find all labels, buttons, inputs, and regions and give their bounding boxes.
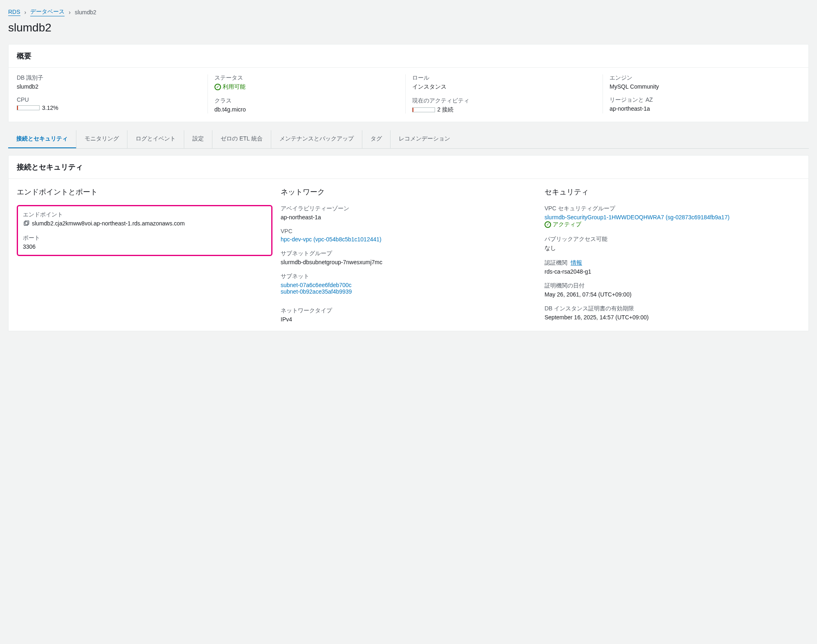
ca-date-label: 証明機関の日付: [545, 282, 800, 290]
region-az-value: ap-northeast-1a: [609, 105, 794, 112]
subnet-link-1[interactable]: subnet-0b92ace35af4b9939: [281, 288, 352, 295]
check-circle-icon: [545, 221, 551, 228]
role-value: インスタンス: [412, 83, 596, 91]
connectivity-heading: 接続とセキュリティ: [17, 162, 800, 172]
endpoint-port-column: エンドポイントとポート エンドポイント slumdb2.cja2kmww8voi…: [17, 187, 272, 323]
security-heading: セキュリティ: [545, 187, 800, 197]
tab-logs-events[interactable]: ログとイベント: [127, 130, 184, 148]
network-type-label: ネットワークタイプ: [281, 307, 536, 314]
tab-recommendations[interactable]: レコメンデーション: [391, 130, 458, 148]
page-title: slumdb2: [8, 21, 809, 34]
subnet-group-value: slurmdb-dbsubnetgroup-7nwesxumj7mc: [281, 259, 536, 265]
class-label: クラス: [214, 97, 399, 105]
engine-value: MySQL Community: [609, 83, 794, 90]
cert-exp-label: DB インスタンス証明書の有効期限: [545, 305, 800, 312]
cert-exp-value: September 16, 2025, 14:57 (UTC+09:00): [545, 314, 800, 321]
subnets-label: サブネット: [281, 273, 536, 280]
public-access-value: なし: [545, 245, 800, 252]
svg-rect-1: [25, 221, 29, 225]
engine-label: エンジン: [609, 74, 794, 82]
sg-status: アクティブ: [545, 221, 581, 228]
tab-connectivity[interactable]: 接続とセキュリティ: [8, 130, 76, 149]
sg-label: VPC セキュリティグループ: [545, 205, 800, 212]
network-type-value: IPv4: [281, 316, 536, 323]
endpoint-value: slumdb2.cja2kmww8voi.ap-northeast-1.rds.…: [32, 220, 185, 227]
cpu-value: 3.12%: [17, 105, 201, 111]
role-label: ロール: [412, 74, 596, 82]
chevron-right-icon: ›: [25, 9, 27, 16]
endpoint-label: エンドポイント: [23, 211, 266, 218]
activity-value: 2 接続: [412, 106, 596, 114]
status-label: ステータス: [214, 74, 399, 82]
subnet-group-label: サブネットグループ: [281, 250, 536, 257]
port-value: 3306: [23, 243, 266, 250]
tab-maintenance[interactable]: メンテナンスとバックアップ: [271, 130, 362, 148]
endpoint-highlight-box: エンドポイント slumdb2.cja2kmww8voi.ap-northeas…: [17, 205, 272, 256]
ca-value: rds-ca-rsa2048-g1: [545, 268, 800, 275]
chevron-right-icon: ›: [69, 9, 71, 16]
endpoint-port-heading: エンドポイントとポート: [17, 187, 272, 197]
db-identifier-label: DB 識別子: [17, 74, 201, 82]
breadcrumb-current: slumdb2: [75, 9, 96, 16]
port-label: ポート: [23, 234, 266, 242]
ca-info-link[interactable]: 情報: [571, 259, 582, 267]
connectivity-panel: 接続とセキュリティ エンドポイントとポート エンドポイント slumdb2.cj…: [8, 155, 809, 331]
summary-heading: 概要: [17, 51, 800, 61]
vpc-label: VPC: [281, 228, 536, 234]
svg-rect-0: [24, 222, 28, 225]
breadcrumb: RDS › データベース › slumdb2: [8, 8, 809, 16]
tab-configuration[interactable]: 設定: [184, 130, 212, 148]
public-access-label: パブリックアクセス可能: [545, 236, 800, 243]
ca-date-value: May 26, 2061, 07:54 (UTC+09:00): [545, 291, 800, 298]
breadcrumb-link-databases[interactable]: データベース: [30, 8, 65, 16]
network-column: ネットワーク アベイラビリティーゾーン ap-northeast-1a VPC …: [281, 187, 536, 323]
class-value: db.t4g.micro: [214, 106, 399, 113]
az-label: アベイラビリティーゾーン: [281, 205, 536, 212]
az-value: ap-northeast-1a: [281, 214, 536, 221]
status-value: 利用可能: [214, 83, 246, 91]
summary-panel: 概要 DB 識別子 slumdb2 CPU 3.12% ステータス: [8, 44, 809, 122]
subnet-link-0[interactable]: subnet-07a6c6ee6fdeb700c: [281, 282, 352, 288]
check-circle-icon: [214, 84, 221, 90]
tab-zero-etl[interactable]: ゼロの ETL 統合: [212, 130, 271, 148]
sg-link[interactable]: slurmdb-SecurityGroup1-1HWWDEOQHWRA7 (sg…: [545, 214, 730, 221]
cpu-label: CPU: [17, 96, 201, 103]
tabs: 接続とセキュリティ モニタリング ログとイベント 設定 ゼロの ETL 統合 メ…: [8, 130, 809, 149]
copy-icon[interactable]: [23, 221, 29, 227]
network-heading: ネットワーク: [281, 187, 536, 197]
ca-label: 認証機関: [545, 259, 567, 267]
tab-tags[interactable]: タグ: [362, 130, 391, 148]
activity-label: 現在のアクティビティ: [412, 97, 596, 105]
vpc-link[interactable]: hpc-dev-vpc (vpc-054b8c5b1c1012441): [281, 236, 382, 243]
breadcrumb-link-rds[interactable]: RDS: [8, 9, 20, 16]
db-identifier-value: slumdb2: [17, 83, 201, 90]
tab-monitoring[interactable]: モニタリング: [76, 130, 127, 148]
security-column: セキュリティ VPC セキュリティグループ slurmdb-SecurityGr…: [545, 187, 800, 323]
cpu-meter: [17, 105, 40, 110]
region-az-label: リージョンと AZ: [609, 96, 794, 104]
activity-meter: [412, 107, 435, 112]
